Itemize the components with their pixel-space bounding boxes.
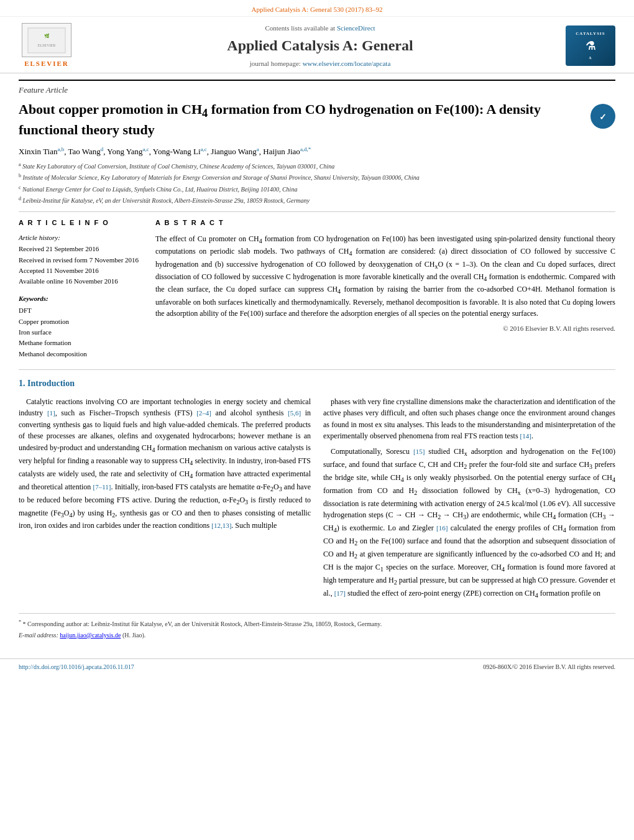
keyword-dft: DFT xyxy=(19,306,143,315)
journal-logo-image: CATALYSIS ⚗ A xyxy=(566,25,615,66)
revised-date: Received in revised form 7 November 2016 xyxy=(19,256,143,265)
corresponding-author: * * Corresponding author at: Leibniz-Ins… xyxy=(19,619,615,629)
article-title-section: About copper promotion in CH4 formation … xyxy=(19,101,615,139)
intro-col1: Catalytic reactions involving CO are imp… xyxy=(19,396,311,604)
article-info: A R T I C L E I N F O Article history: R… xyxy=(19,218,143,360)
journal-center: Contents lists available at ScienceDirec… xyxy=(75,24,566,68)
elsevier-logo-image: 🌿 ELSEVIER xyxy=(22,23,71,57)
intro-col2: phases with very fine crystalline dimens… xyxy=(323,396,615,604)
svg-text:🌿: 🌿 xyxy=(44,33,50,39)
email-link[interactable]: haijun.jiao@catalysis.de xyxy=(60,632,121,639)
crossmark-logo: ✓ xyxy=(590,104,615,129)
keyword-methane: Methane formation xyxy=(19,338,143,348)
introduction-heading: 1. Introduction xyxy=(19,377,615,390)
abstract-heading: A B S T R A C T xyxy=(155,218,615,228)
keyword-copper: Copper promotion xyxy=(19,317,143,326)
email-address: E-mail address: haijun.jiao@catalysis.de… xyxy=(19,630,615,640)
bottom-bar: http://dx.doi.org/10.1016/j.apcata.2016.… xyxy=(0,658,634,675)
abstract-section: A B S T R A C T The effect of Cu promote… xyxy=(155,218,615,360)
keywords-label: Keywords: xyxy=(19,294,143,303)
catalysis-icon: ⚗ xyxy=(586,39,596,54)
homepage-link[interactable]: www.elsevier.com/locate/apcata xyxy=(303,60,391,67)
keyword-methanol: Methanol decomposition xyxy=(19,349,143,359)
svg-rect-0 xyxy=(28,28,65,53)
info-abstract-section: A R T I C L E I N F O Article history: R… xyxy=(19,211,615,360)
abstract-text: The effect of Cu promoter on CH4 formati… xyxy=(155,233,615,319)
catalysis-label: CATALYSIS xyxy=(576,31,605,37)
journal-header: 🌿 ELSEVIER ELSEVIER Contents lists avail… xyxy=(0,17,634,73)
svg-text:✓: ✓ xyxy=(599,113,607,122)
keywords-section: Keywords: DFT Copper promotion Iron surf… xyxy=(19,294,143,359)
journal-title: Applied Catalysis A: General xyxy=(75,35,566,57)
copyright-line: © 2016 Elsevier B.V. All rights reserved… xyxy=(155,324,615,333)
elsevier-logo: 🌿 ELSEVIER ELSEVIER xyxy=(19,23,75,68)
affiliation-c: c National Energy Center for Coal to Liq… xyxy=(19,184,615,194)
affiliation-a: a State Key Laboratory of Coal Conversio… xyxy=(19,161,615,171)
contents-line: Contents lists available at ScienceDirec… xyxy=(75,24,566,33)
sciencedirect-link[interactable]: ScienceDirect xyxy=(337,24,375,32)
affiliation-b: b Institute of Molecular Science, Key La… xyxy=(19,172,615,182)
keyword-iron: Iron surface xyxy=(19,328,143,337)
affiliations: a State Key Laboratory of Coal Conversio… xyxy=(19,161,615,205)
history-label: Article history: xyxy=(19,233,143,242)
doi-link[interactable]: http://dx.doi.org/10.1016/j.apcata.2016.… xyxy=(19,663,134,672)
available-date: Available online 16 November 2016 xyxy=(19,277,143,286)
elsevier-label: ELSEVIER xyxy=(24,59,69,68)
accepted-date: Accepted 11 November 2016 xyxy=(19,266,143,275)
main-content: Feature Article About copper promotion i… xyxy=(0,73,634,652)
affiliation-d: d Leibniz-Institut für Katalyse, eV, an … xyxy=(19,195,615,205)
article-title: About copper promotion in CH4 formation … xyxy=(19,101,584,139)
issn-notice: 0926-860X/© 2016 Elsevier B.V. All right… xyxy=(483,663,615,672)
homepage-line: journal homepage: www.elsevier.com/locat… xyxy=(75,59,566,68)
svg-text:ELSEVIER: ELSEVIER xyxy=(38,44,55,47)
top-bar: Applied Catalysis A: General 530 (2017) … xyxy=(0,0,634,17)
introduction-columns: Catalytic reactions involving CO are imp… xyxy=(19,396,615,604)
authors: Xinxin Tiana,b, Tao Wangd, Yong Yanga,c,… xyxy=(19,145,615,158)
feature-article-label: Feature Article xyxy=(19,80,615,96)
received-date: Received 21 September 2016 xyxy=(19,244,143,254)
introduction-section: 1. Introduction Catalytic reactions invo… xyxy=(19,369,615,604)
journal-ref: Applied Catalysis A: General 530 (2017) … xyxy=(252,6,383,13)
footnotes: * * Corresponding author at: Leibniz-Ins… xyxy=(19,613,615,639)
article-info-heading: A R T I C L E I N F O xyxy=(19,218,143,228)
